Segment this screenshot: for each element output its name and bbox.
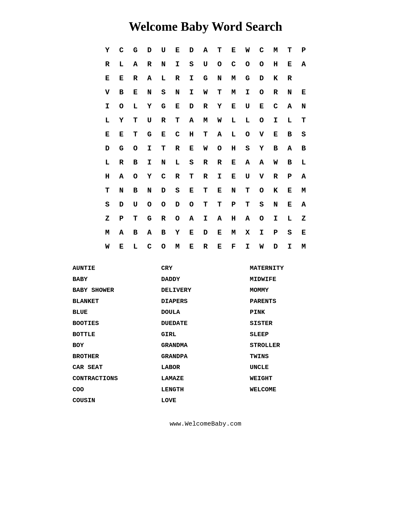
grid-cell: S xyxy=(255,198,269,212)
grid-row: DGOITREWOHSYBAB xyxy=(100,142,311,155)
list-item: MIDWIFE xyxy=(250,275,338,285)
word-list: AUNTIEBABYBABY SHOWERBLANKETBLUEBOOTIESB… xyxy=(73,263,338,406)
grid-cell: R xyxy=(100,57,114,71)
grid-cell: T xyxy=(241,183,255,198)
grid-cell: R xyxy=(198,155,213,170)
list-item: COO xyxy=(73,385,161,395)
grid-cell: I xyxy=(198,212,213,226)
grid-cell: R xyxy=(142,57,156,71)
grid-row: VBENSNIWTMIORNE xyxy=(100,85,311,99)
list-item: UNCLE xyxy=(250,362,338,373)
grid-cell: W xyxy=(241,43,255,57)
grid-cell: N xyxy=(213,71,226,85)
grid-cell: O xyxy=(185,198,198,212)
grid-cell: O xyxy=(114,99,128,114)
grid-cell: S xyxy=(297,127,311,142)
grid-cell: E xyxy=(185,226,198,240)
grid-cell: H xyxy=(100,170,114,183)
grid-cell: V xyxy=(255,127,269,142)
grid-cell: S xyxy=(283,226,297,240)
grid-cell: Y xyxy=(255,142,269,155)
grid-cell: D xyxy=(185,43,198,57)
list-item: LABOR xyxy=(161,362,250,373)
grid-cell: Y xyxy=(114,114,128,127)
grid-cell: I xyxy=(269,212,283,226)
grid-cell: I xyxy=(213,170,226,183)
grid-cell: L xyxy=(128,99,142,114)
list-item: BABY SHOWER xyxy=(73,285,161,295)
grid-cell: B xyxy=(128,155,142,170)
list-item: LAMAZE xyxy=(161,374,250,384)
grid-cell: R xyxy=(283,71,297,85)
grid-cell: M xyxy=(198,114,213,127)
grid-cell: F xyxy=(226,240,241,254)
grid-cell: T xyxy=(156,142,170,155)
grid-cell: E xyxy=(100,127,114,142)
grid-cell: R xyxy=(198,170,213,183)
grid-cell: N xyxy=(226,183,241,198)
grid-cell: I xyxy=(185,85,198,99)
grid-cell: A xyxy=(241,212,255,226)
grid-cell: N xyxy=(297,99,311,114)
grid-cell: T xyxy=(128,127,142,142)
grid-cell: M xyxy=(226,71,241,85)
list-item: BLUE xyxy=(73,307,161,317)
grid-cell: S xyxy=(185,155,198,170)
grid-cell: M xyxy=(269,43,283,57)
grid-cell: A xyxy=(185,212,198,226)
grid-cell: Z xyxy=(297,212,311,226)
grid-cell: D xyxy=(185,99,198,114)
grid-row: MABABYEDEMXIPSE xyxy=(100,226,311,240)
grid-cell: I xyxy=(185,71,198,85)
grid-cell: N xyxy=(156,155,170,170)
grid-cell: L xyxy=(170,155,185,170)
grid-cell: W xyxy=(269,155,283,170)
grid-cell: D xyxy=(100,142,114,155)
grid-cell: V xyxy=(100,85,114,99)
list-item: WEIGHT xyxy=(250,374,338,384)
grid-cell: M xyxy=(297,183,311,198)
list-item: LENGTH xyxy=(161,385,250,395)
grid-cell: R xyxy=(213,155,226,170)
grid-cell: U xyxy=(128,198,142,212)
grid-cell: N xyxy=(142,85,156,99)
grid-cell: O xyxy=(255,114,269,127)
grid-cell: Y xyxy=(142,170,156,183)
grid-cell: H xyxy=(185,127,198,142)
grid-cell: C xyxy=(269,99,283,114)
list-item: BROTHER xyxy=(73,352,161,362)
list-item: BLANKET xyxy=(73,296,161,307)
grid-cell: E xyxy=(114,240,128,254)
grid-cell: O xyxy=(128,170,142,183)
grid-cell: H xyxy=(269,57,283,71)
grid-cell: A xyxy=(142,226,156,240)
grid-cell: V xyxy=(255,170,269,183)
grid-cell: E xyxy=(283,183,297,198)
grid-cell: O xyxy=(255,212,269,226)
grid-cell: L xyxy=(156,71,170,85)
grid-cell: P xyxy=(226,198,241,212)
list-item: MATERNITY xyxy=(250,263,338,274)
grid-cell: M xyxy=(226,85,241,99)
grid-cell: O xyxy=(255,85,269,99)
grid-cell: T xyxy=(100,183,114,198)
list-item: PINK xyxy=(250,307,338,317)
grid-cell: E xyxy=(226,43,241,57)
grid-cell: A xyxy=(297,198,311,212)
grid-cell: Y xyxy=(170,226,185,240)
grid-cell: R xyxy=(198,240,213,254)
grid-cell: R xyxy=(269,170,283,183)
grid-cell: L xyxy=(114,57,128,71)
grid-cell: L xyxy=(226,114,241,127)
grid-cell: B xyxy=(283,155,297,170)
grid-cell: G xyxy=(156,99,170,114)
grid-cell: L xyxy=(100,155,114,170)
grid-cell: M xyxy=(297,240,311,254)
grid-cell: O xyxy=(241,57,255,71)
grid-cell: E xyxy=(297,226,311,240)
word-list-col3: MATERNITYMIDWIFEMOMMYPARENTSPINKSISTERSL… xyxy=(250,263,338,406)
grid-cell: E xyxy=(213,226,226,240)
grid-cell: I xyxy=(241,85,255,99)
grid-cell: T xyxy=(128,114,142,127)
grid-cell: C xyxy=(255,43,269,57)
